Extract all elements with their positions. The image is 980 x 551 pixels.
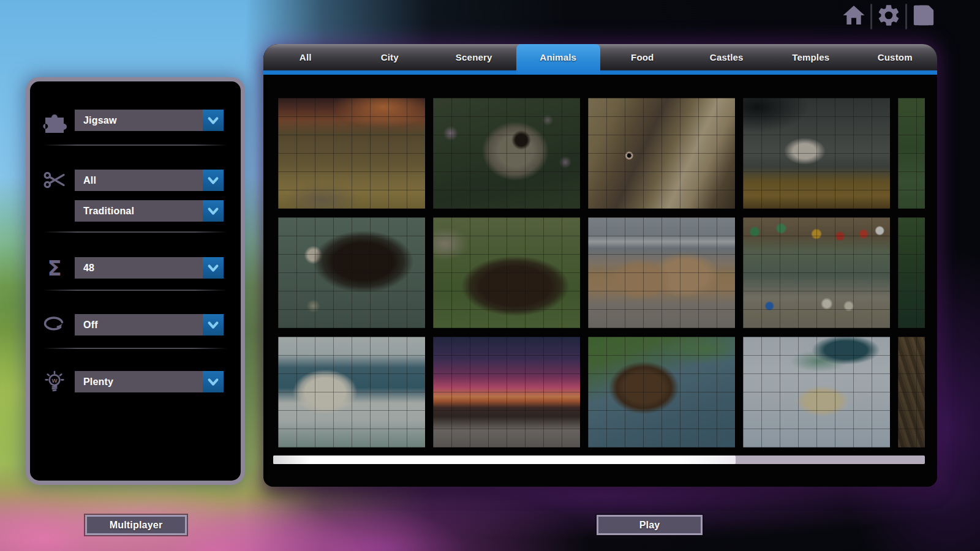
puzzle-browser-panel: All City Scenery Animals Food Castles Te… <box>263 44 937 487</box>
hints-select[interactable]: Plenty <box>75 371 224 392</box>
thumbnail-twigs[interactable] <box>898 337 925 448</box>
divider <box>43 290 227 291</box>
tab-food[interactable]: Food <box>600 44 685 70</box>
thumbnail-walruses[interactable] <box>588 217 735 328</box>
thumbnail-eagle[interactable] <box>278 217 425 328</box>
puzzle-settings-panel: Jigsaw All Traditional Σ 48 Off w Plenty <box>26 77 245 485</box>
chevron-down-icon[interactable] <box>203 200 224 222</box>
chevron-down-icon[interactable] <box>203 314 224 335</box>
thumbnail-stag[interactable] <box>278 98 425 209</box>
puzzle-piece-icon <box>40 106 69 135</box>
thumbnail-fish[interactable] <box>588 98 735 209</box>
thumbnail-beaver[interactable] <box>588 337 735 448</box>
tab-custom[interactable]: Custom <box>853 44 938 70</box>
save-icon <box>911 3 936 30</box>
tab-castles[interactable]: Castles <box>685 44 769 70</box>
thumbnail-village-dogs[interactable] <box>743 217 890 328</box>
topbar <box>840 3 937 30</box>
rotation-value: Off <box>75 320 98 331</box>
thumbnail-stream[interactable] <box>898 217 925 328</box>
settings-button[interactable] <box>875 3 902 30</box>
thumbnail-grid <box>278 98 925 487</box>
tab-all[interactable]: All <box>263 44 348 70</box>
thumbnail-sunset-sheep[interactable] <box>433 337 580 448</box>
rotation-select[interactable]: Off <box>75 314 224 335</box>
play-button[interactable]: Play <box>597 515 703 535</box>
topbar-separator <box>870 4 872 29</box>
cut-category-value: All <box>75 175 96 186</box>
chevron-down-icon[interactable] <box>203 257 224 279</box>
cut-category-select[interactable]: All <box>75 170 224 191</box>
thumbnail-arctic-fox[interactable] <box>743 98 890 209</box>
thumbnail-musk-ox[interactable] <box>433 217 580 328</box>
topbar-separator <box>905 4 907 29</box>
chevron-down-icon[interactable] <box>203 110 224 131</box>
tab-city[interactable]: City <box>348 44 432 70</box>
chevron-down-icon[interactable] <box>203 371 224 392</box>
puzzle-type-value: Jigsaw <box>75 115 117 126</box>
hint-bulb-icon: w <box>40 367 69 397</box>
svg-text:w: w <box>51 376 58 384</box>
gallery-scrollbar-thumb[interactable] <box>273 455 736 464</box>
gallery-scrollbar-track[interactable] <box>273 455 925 464</box>
rotation-icon <box>40 310 69 340</box>
thumbnail-raccoon[interactable] <box>433 98 580 209</box>
piece-count-value: 48 <box>75 263 94 274</box>
home-icon <box>842 3 866 30</box>
divider <box>43 348 227 349</box>
hints-value: Plenty <box>75 377 113 388</box>
divider <box>43 231 227 233</box>
divider <box>43 144 227 146</box>
cut-style-select[interactable]: Traditional <box>75 200 224 222</box>
sigma-icon: Σ <box>40 253 69 283</box>
chevron-down-icon[interactable] <box>203 170 224 191</box>
thumbnail-polar-bear[interactable] <box>278 337 425 448</box>
category-tabbar: All City Scenery Animals Food Castles Te… <box>263 44 937 75</box>
piece-count-select[interactable]: 48 <box>75 257 224 279</box>
multiplayer-button[interactable]: Multiplayer <box>85 515 187 535</box>
cut-style-value: Traditional <box>75 206 134 217</box>
tab-scenery[interactable]: Scenery <box>432 44 516 70</box>
tab-temples[interactable]: Temples <box>769 44 853 70</box>
thumbnail-seal-net[interactable] <box>743 337 890 448</box>
scissors-icon <box>40 165 69 195</box>
home-button[interactable] <box>840 3 867 30</box>
thumbnail-hare[interactable] <box>898 98 925 209</box>
save-button[interactable] <box>910 3 937 30</box>
tab-animals[interactable]: Animals <box>516 44 601 75</box>
settings-gear-icon <box>876 3 901 30</box>
puzzle-type-select[interactable]: Jigsaw <box>75 110 224 131</box>
